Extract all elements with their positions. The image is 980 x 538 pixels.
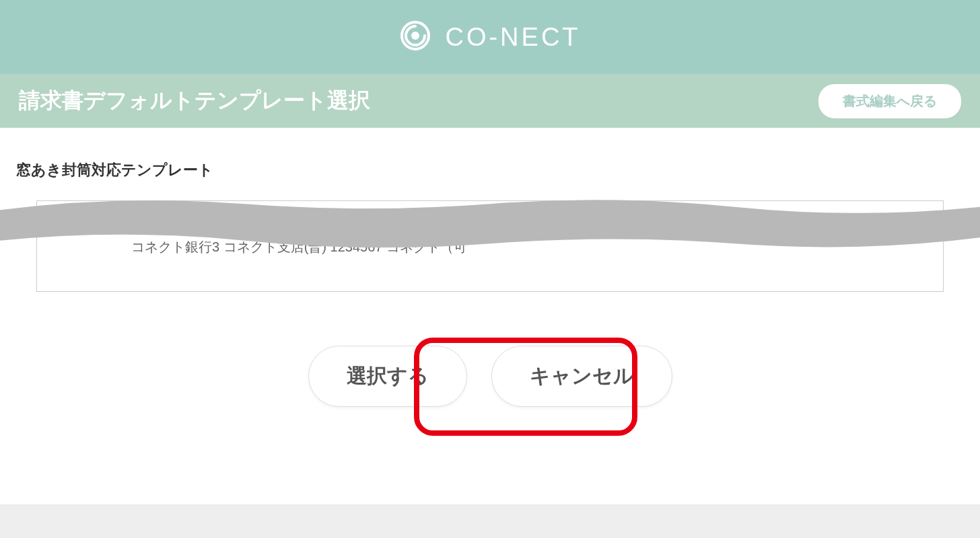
brand-name: CO-NECT: [445, 23, 580, 52]
page-title: 請求書デフォルトテンプレート選択: [19, 86, 370, 116]
back-to-format-edit-button[interactable]: 書式編集へ戻る: [818, 84, 961, 118]
select-button[interactable]: 選択する: [308, 346, 467, 407]
page-subheader: 請求書デフォルトテンプレート選択 書式編集へ戻る: [0, 74, 980, 128]
template-preview-box: コネクト銀行2 コネクト支店(普) 1234567 コネクト（可 コネクト銀行3…: [36, 200, 944, 292]
action-button-row: 選択する キャンセル: [16, 292, 964, 434]
bank-info-line-1: コネクト銀行2 コネクト支店(普) 1234567 コネクト（可: [37, 215, 943, 236]
cancel-button[interactable]: キャンセル: [491, 346, 672, 407]
svg-point-1: [411, 32, 419, 40]
bank-info-line-2: コネクト銀行3 コネクト支店(普) 1234567 コネクト（可: [37, 236, 943, 258]
main-content: 窓あき封筒対応テンプレート コネクト銀行2 コネクト支店(普) 1234567 …: [0, 128, 980, 434]
section-title: 窓あき封筒対応テンプレート: [16, 160, 964, 180]
footer-bar: [0, 504, 980, 538]
app-header: CO-NECT: [0, 0, 980, 74]
logo-container: CO-NECT: [399, 20, 580, 54]
logo-icon: [399, 20, 431, 54]
